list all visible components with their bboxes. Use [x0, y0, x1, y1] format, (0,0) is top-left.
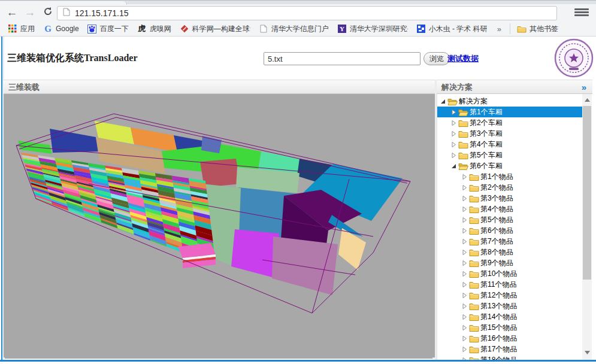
tree-node-item-9[interactable]: 第9个物品 [437, 257, 582, 268]
tree-node-item-2[interactable]: 第2个物品 [437, 182, 582, 193]
tree-node-item-11[interactable]: 第11个物品 [437, 279, 582, 290]
file-input[interactable] [264, 52, 420, 65]
left-panel-header: 三维装载 [4, 80, 435, 94]
expand-node-icon[interactable] [450, 120, 458, 126]
expand-node-icon[interactable] [461, 238, 469, 245]
tree-node-item-10[interactable]: 第10个物品 [437, 268, 582, 279]
bookmark-5[interactable]: 清华大学信息门户 [259, 24, 329, 34]
tree-node-item-14[interactable]: 第14个物品 [437, 311, 582, 322]
tree-node-item-3[interactable]: 第3个物品 [437, 193, 582, 204]
bookmark-1[interactable]: GGoogle [43, 24, 79, 34]
back-button[interactable]: ← [4, 5, 20, 20]
expand-node-icon[interactable] [461, 249, 469, 256]
expand-node-icon[interactable] [461, 292, 469, 299]
apps-shortcut[interactable]: 应用 [8, 24, 35, 34]
expand-node-icon[interactable] [461, 174, 469, 180]
tree-node-item-6[interactable]: 第6个物品 [437, 225, 582, 236]
tree-node-carriage-6[interactable]: 第6个车厢 [437, 160, 582, 171]
expand-node-icon[interactable] [450, 141, 458, 148]
tree-node-item-16[interactable]: 第16个物品 [437, 333, 582, 344]
bookmark-4[interactable]: 科学网—构建全球华 [180, 24, 250, 34]
page-content: 三维装箱优化系统TransLoader 浏览 测试数据 三维装载 解决方案 » … [0, 37, 596, 364]
solution-tree-panel: 解决方案第1个车厢第2个车厢第3个车厢第4个车厢第5个车厢第6个车厢第1个物品第… [437, 94, 592, 360]
expand-node-icon[interactable] [461, 271, 469, 277]
other-bookmarks[interactable]: 其他书签 [517, 24, 558, 34]
tree-node-item-17[interactable]: 第17个物品 [437, 344, 582, 354]
expand-node-icon[interactable] [461, 324, 469, 331]
kexue-icon [180, 24, 189, 34]
tree-node-carriage-5[interactable]: 第5个车厢 [437, 150, 582, 160]
right-panel-header: 解决方案 » [437, 80, 592, 94]
expand-node-icon[interactable] [450, 109, 458, 116]
folder-closed-icon [469, 313, 480, 321]
page-icon [259, 24, 268, 34]
bookmark-2[interactable]: 百度一下 [87, 24, 129, 34]
left-panel-title: 三维装载 [8, 83, 40, 92]
expand-node-icon[interactable] [461, 346, 469, 353]
tree-scrollbar[interactable] [582, 94, 592, 360]
expand-node-icon[interactable] [461, 228, 469, 234]
folder-open-icon [447, 98, 458, 105]
expand-node-icon[interactable] [461, 260, 469, 266]
forward-button[interactable]: → [22, 5, 38, 20]
folder-open-icon [458, 162, 469, 170]
expand-node-icon[interactable] [461, 303, 469, 310]
folder-closed-icon [469, 270, 480, 278]
expand-node-icon[interactable] [461, 184, 469, 191]
bookmark-6[interactable]: Y清华大学深圳研究生院 [337, 24, 408, 34]
tree-node-item-4[interactable]: 第4个物品 [437, 204, 582, 214]
bookmarks-bar: 应用GGoogle百度一下虎虎嗅网科学网—构建全球华清华大学信息门户Y清华大学深… [0, 22, 596, 37]
tree-node-item-13[interactable]: 第13个物品 [437, 301, 582, 311]
expand-node-icon[interactable] [450, 152, 458, 159]
tree-node-item-1[interactable]: 第1个物品 [437, 171, 582, 182]
tree-node-item-7[interactable]: 第7个物品 [437, 236, 582, 247]
bookmark-7[interactable]: 小木虫 - 学术 科研 第 [416, 24, 487, 34]
collapse-panel-icon[interactable]: » [582, 80, 586, 94]
address-bar[interactable]: 121.15.171.15 [57, 6, 557, 20]
page-favicon [63, 8, 70, 19]
folder-closed-icon [469, 324, 480, 332]
expand-node-icon[interactable] [461, 335, 469, 342]
page-title: 三维装箱优化系统TransLoader [7, 52, 137, 65]
folder-closed-icon [469, 173, 480, 181]
test-data-link[interactable]: 测试数据 [447, 53, 479, 64]
tree-node-carriage-3[interactable]: 第3个车厢 [437, 128, 582, 139]
tree-node-item-8[interactable]: 第8个物品 [437, 247, 582, 257]
menu-button[interactable] [574, 7, 589, 19]
tree-node-item-12[interactable]: 第12个物品 [437, 290, 582, 301]
tree-node-root[interactable]: 解决方案 [437, 96, 582, 107]
scroll-up-arrow-icon[interactable] [582, 95, 592, 105]
tree-node-carriage-1[interactable]: 第1个车厢 [437, 107, 582, 117]
expand-node-icon[interactable] [461, 206, 469, 213]
refresh-button[interactable] [40, 5, 56, 20]
scrollbar-thumb[interactable] [583, 106, 591, 280]
3d-viewport[interactable] [4, 94, 435, 359]
expand-node-icon[interactable] [461, 195, 469, 202]
browse-button[interactable]: 浏览 [423, 52, 450, 65]
scroll-down-arrow-icon[interactable] [582, 348, 592, 357]
collapse-node-icon[interactable] [450, 163, 458, 169]
folder-closed-icon [469, 281, 480, 289]
google-icon: G [43, 24, 53, 34]
tiger-icon: 虎 [137, 24, 147, 34]
tree-node-carriage-4[interactable]: 第4个车厢 [437, 139, 582, 150]
tree-node-carriage-2[interactable]: 第2个车厢 [437, 117, 582, 128]
tree-node-item-18[interactable]: 第18个物品 [437, 354, 582, 360]
expand-node-icon[interactable] [461, 281, 469, 288]
folder-closed-icon [469, 227, 480, 235]
tree-node-item-5[interactable]: 第5个物品 [437, 214, 582, 225]
bookmark-3[interactable]: 虎虎嗅网 [137, 24, 171, 34]
solution-tree: 解决方案第1个车厢第2个车厢第3个车厢第4个车厢第5个车厢第6个车厢第1个物品第… [437, 96, 582, 360]
expand-node-icon[interactable] [461, 314, 469, 320]
bookmarks-overflow-chevron[interactable]: » [497, 25, 501, 34]
folder-icon [517, 24, 527, 34]
expand-node-icon[interactable] [450, 131, 458, 137]
folder-closed-icon [469, 205, 480, 213]
folder-closed-icon [469, 248, 480, 256]
folder-closed-icon [469, 302, 480, 310]
tree-node-item-15[interactable]: 第15个物品 [437, 322, 582, 333]
collapse-node-icon[interactable] [440, 98, 447, 105]
tab-strip [0, 0, 596, 4]
3d-scene [5, 94, 432, 359]
expand-node-icon[interactable] [461, 217, 469, 223]
